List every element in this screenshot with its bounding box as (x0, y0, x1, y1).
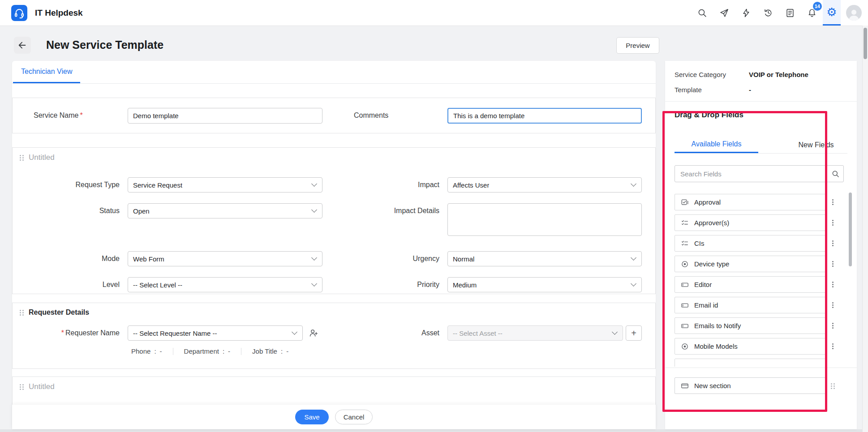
comments-input[interactable] (447, 108, 642, 124)
field-menu-button[interactable] (827, 214, 839, 231)
search-fields-input[interactable] (675, 165, 844, 182)
status-value: Open (133, 207, 150, 215)
impact-select[interactable]: Affects User (447, 177, 642, 192)
kebab-menu-icon (832, 261, 834, 262)
quick-actions-button[interactable] (713, 0, 735, 26)
history-icon (763, 8, 773, 18)
person-add-icon (309, 328, 318, 338)
colon: : (223, 347, 224, 355)
window-bottom-edge (0, 429, 868, 432)
drag-handle-icon[interactable] (20, 154, 24, 161)
tab-technician-view[interactable]: Technician View (13, 61, 80, 83)
field-emails-to-notify[interactable]: Emails to Notify (675, 317, 827, 334)
drag-handle-icon[interactable] (20, 309, 24, 316)
comments-label: Comments (322, 111, 447, 120)
field-menu-button[interactable] (827, 194, 839, 210)
asset-select[interactable]: -- Select Asset -- (447, 325, 623, 341)
field-label: Approval (694, 198, 721, 206)
new-section-item[interactable]: New section (675, 377, 827, 394)
untitled-section-1: Untitled Request Type Service Request Im… (12, 147, 656, 294)
tab-new-fields[interactable]: New Fields (785, 137, 847, 153)
field-label: Email id (694, 301, 718, 309)
field-menu-button[interactable] (827, 276, 839, 293)
preview-button[interactable]: Preview (616, 37, 659, 54)
radio-icon (681, 342, 689, 351)
release-notes-button[interactable] (779, 0, 801, 26)
colon: : (154, 347, 156, 355)
tab-available-fields[interactable]: Available Fields (675, 137, 758, 153)
field-label: Device type (694, 260, 729, 268)
chevron-down-icon (631, 255, 636, 261)
field-list-item: Editor (675, 276, 847, 293)
priority-select[interactable]: Medium (447, 277, 642, 292)
topbar-actions: 14 ⚙ (691, 0, 862, 26)
general-section: Service Name* Comments (12, 98, 656, 133)
mode-select[interactable]: Web Form (128, 251, 322, 266)
history-button[interactable] (757, 0, 779, 26)
department-label: Department (184, 347, 219, 355)
field-menu-button[interactable] (827, 235, 839, 252)
service-name-input[interactable] (128, 108, 322, 124)
level-select[interactable]: -- Select Level -- (128, 277, 322, 292)
chevron-down-icon (311, 207, 317, 213)
search-icon[interactable] (827, 166, 843, 182)
new-section-label: New section (694, 382, 731, 389)
impact-details-textarea[interactable] (447, 203, 642, 236)
search-button[interactable] (691, 0, 713, 26)
field-device-type[interactable]: Device type (675, 256, 827, 272)
field-menu-button[interactable] (827, 317, 839, 334)
drag-handle-icon[interactable] (20, 384, 24, 390)
cancel-button[interactable]: Cancel (335, 410, 373, 424)
list-check-icon (681, 240, 689, 248)
kebab-menu-icon (832, 199, 834, 201)
requester-name-select[interactable]: -- Select Requester Name -- (128, 325, 303, 341)
automation-button[interactable] (735, 0, 757, 26)
field-mobile-models[interactable]: Mobile Models (675, 338, 827, 355)
panel-scrollbar-thumb[interactable] (849, 192, 852, 266)
chevron-down-icon (311, 281, 317, 287)
notifications-button[interactable]: 14 (801, 0, 823, 26)
field-approval[interactable]: Approval (675, 194, 827, 210)
back-button[interactable] (14, 37, 31, 54)
mode-label: Mode (13, 251, 128, 266)
window-scrollbar-thumb[interactable] (864, 28, 867, 59)
settings-button[interactable]: ⚙ (823, 0, 841, 26)
add-requester-button[interactable] (305, 325, 322, 341)
requester-meta-row: Phone : - Department : - Job Title : - (131, 347, 655, 355)
form-row: Status Open Impact Details (13, 203, 655, 238)
topbar: IT Helpdesk (0, 0, 868, 26)
chevron-down-icon (631, 181, 636, 187)
status-select[interactable]: Open (128, 203, 322, 218)
view-tabbar: Technician View (12, 61, 656, 84)
app-title: IT Helpdesk (35, 8, 83, 18)
field-menu-button[interactable] (827, 338, 839, 355)
app-logo[interactable] (11, 5, 27, 21)
requester-name-label: *Requester Name (13, 325, 128, 341)
save-button[interactable]: Save (295, 410, 329, 424)
field-clipped[interactable] (675, 359, 827, 367)
kebab-menu-icon (832, 343, 834, 345)
field-label: Approver(s) (694, 219, 729, 227)
urgency-select[interactable]: Normal (447, 251, 642, 266)
divider (173, 348, 173, 355)
kebab-menu-icon (832, 323, 834, 324)
paper-plane-icon (719, 8, 729, 18)
drag-handle-icon[interactable] (827, 383, 839, 389)
chevron-down-icon (292, 329, 297, 335)
kebab-menu-icon (832, 282, 834, 283)
field-editor[interactable]: Editor (675, 276, 827, 293)
urgency-value: Normal (453, 255, 474, 263)
field-email-id[interactable]: Email id (675, 297, 827, 313)
impact-value: Affects User (453, 181, 489, 189)
field-menu-button[interactable] (827, 256, 839, 272)
user-avatar[interactable] (846, 5, 862, 21)
required-asterisk: * (61, 329, 64, 337)
field-approvers[interactable]: Approver(s) (675, 214, 827, 231)
request-type-select[interactable]: Service Request (128, 177, 322, 192)
field-menu-button[interactable] (827, 297, 839, 313)
form-row: Request Type Service Request Impact Affe… (13, 177, 655, 192)
requester-name-value: -- Select Requester Name -- (133, 329, 217, 337)
field-cis[interactable]: CIs (675, 235, 827, 252)
add-asset-button[interactable]: + (626, 325, 642, 341)
field-list-item-clipped (675, 359, 847, 367)
